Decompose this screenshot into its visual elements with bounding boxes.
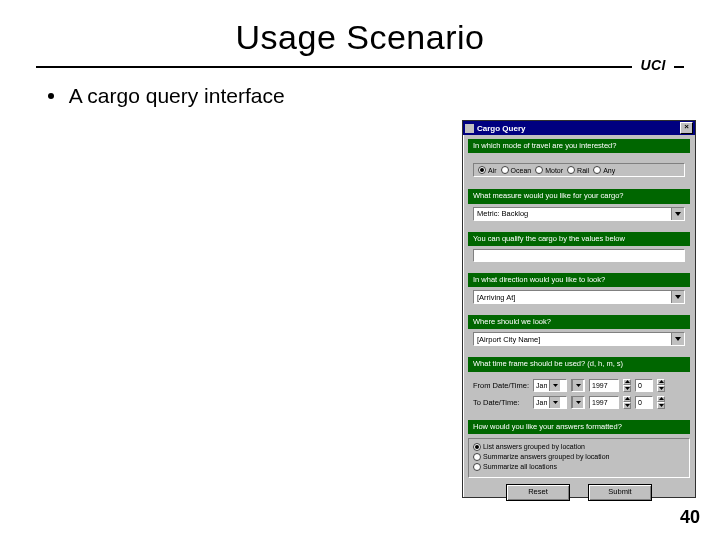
radio-icon [478,166,486,174]
chevron-down-icon [623,402,631,409]
q7-option-0[interactable]: List answers grouped by location [473,443,685,451]
q7-option-2[interactable]: Summarize all locations [473,463,685,471]
svg-marker-2 [675,337,681,341]
radio-icon [473,443,481,451]
radio-label: Summarize answers grouped by location [483,453,609,460]
svg-marker-7 [659,380,664,383]
radio-label: Air [488,167,497,174]
q4-dropdown[interactable]: [Arriving At] [473,290,685,304]
divider-label: UCI [632,57,674,73]
from-label: From Date/Time: [473,381,529,390]
bullet-text: A cargo query interface [69,84,285,107]
bullet-item: A cargo query interface [48,84,285,108]
chevron-down-icon [572,380,583,391]
svg-marker-3 [553,384,558,387]
radio-icon [501,166,509,174]
close-button[interactable]: × [680,122,693,134]
app-icon [465,124,474,133]
dropdown-value: [Airport City Name] [474,335,671,344]
radio-label: Rail [577,167,589,174]
radio-label: List answers grouped by location [483,443,585,450]
to-day-dropdown[interactable] [571,396,585,409]
chevron-down-icon [623,385,631,392]
svg-marker-10 [576,401,581,404]
q2-dropdown[interactable]: Metric: Backlog [473,207,685,221]
to-month-dropdown[interactable]: Jan [533,396,567,409]
svg-marker-1 [675,295,681,299]
q1-radio-group: Air Ocean Motor Rail [473,163,685,177]
q7-option-1[interactable]: Summarize answers grouped by location [473,453,685,461]
from-month-dropdown[interactable]: Jan [533,379,567,392]
slide-title: Usage Scenario [0,18,720,57]
q5-dropdown[interactable]: [Airport City Name] [473,332,685,346]
from-extra-spinner[interactable] [657,379,665,392]
radio-icon [567,166,575,174]
svg-marker-5 [625,380,630,383]
q4-prompt: In what direction would you like to look… [468,273,690,287]
radio-icon [473,453,481,461]
radio-icon [535,166,543,174]
to-extra-input[interactable]: 0 [635,396,653,409]
svg-marker-14 [659,404,664,407]
chevron-down-icon [657,402,665,409]
q6-prompt: What time frame should be used? (d, h, m… [468,357,690,371]
q7-radio-group: List answers grouped by location Summari… [468,438,690,478]
svg-marker-9 [553,401,558,404]
q1-prompt: In which mode of travel are you interest… [468,139,690,153]
radio-label: Motor [545,167,563,174]
chevron-down-icon [549,397,560,408]
radio-label: Summarize all locations [483,463,557,470]
radio-label: Any [603,167,615,174]
chevron-down-icon [671,291,684,303]
svg-marker-6 [625,387,630,390]
reset-button[interactable]: Reset [506,484,570,501]
chevron-down-icon [657,385,665,392]
svg-marker-11 [625,397,630,400]
chevron-down-icon [671,208,684,220]
q1-option-motor[interactable]: Motor [535,166,563,174]
to-label: To Date/Time: [473,398,529,407]
radio-label: Ocean [511,167,532,174]
from-year-input[interactable]: 1997 [589,379,619,392]
chevron-down-icon [572,397,583,408]
q1-option-ocean[interactable]: Ocean [501,166,532,174]
dropdown-value: Jan [534,399,549,406]
q2-prompt: What measure would you like for your car… [468,189,690,203]
svg-marker-12 [625,404,630,407]
from-extra-input[interactable]: 0 [635,379,653,392]
q3-input[interactable] [473,249,685,262]
dropdown-value: Jan [534,382,549,389]
bullet-dot-icon [48,93,54,99]
dropdown-value: [Arriving At] [474,293,671,302]
svg-marker-8 [659,387,664,390]
to-date-row: To Date/Time: Jan 1997 0 [473,396,685,409]
q3-prompt: You can qualify the cargo by the values … [468,232,690,246]
q5-prompt: Where should we look? [468,315,690,329]
divider-line [36,66,684,68]
to-extra-spinner[interactable] [657,396,665,409]
submit-button[interactable]: Submit [588,484,652,501]
from-year-spinner[interactable] [623,379,631,392]
to-year-spinner[interactable] [623,396,631,409]
radio-icon [473,463,481,471]
svg-marker-4 [576,384,581,387]
q1-option-any[interactable]: Any [593,166,615,174]
q1-option-air[interactable]: Air [478,166,497,174]
q1-option-rail[interactable]: Rail [567,166,589,174]
q7-prompt: How would you like your answers formatte… [468,420,690,434]
window-titlebar[interactable]: Cargo Query × [463,121,695,135]
page-number: 40 [680,507,700,528]
dropdown-value: Metric: Backlog [474,209,671,218]
svg-marker-0 [675,212,681,216]
button-row: Reset Submit [468,484,690,501]
chevron-down-icon [671,333,684,345]
to-year-input[interactable]: 1997 [589,396,619,409]
cargo-query-window: Cargo Query × In which mode of travel ar… [462,120,696,498]
from-date-row: From Date/Time: Jan 1997 0 [473,379,685,392]
radio-icon [593,166,601,174]
window-title: Cargo Query [477,124,680,133]
chevron-down-icon [549,380,560,391]
from-day-dropdown[interactable] [571,379,585,392]
svg-marker-13 [659,397,664,400]
